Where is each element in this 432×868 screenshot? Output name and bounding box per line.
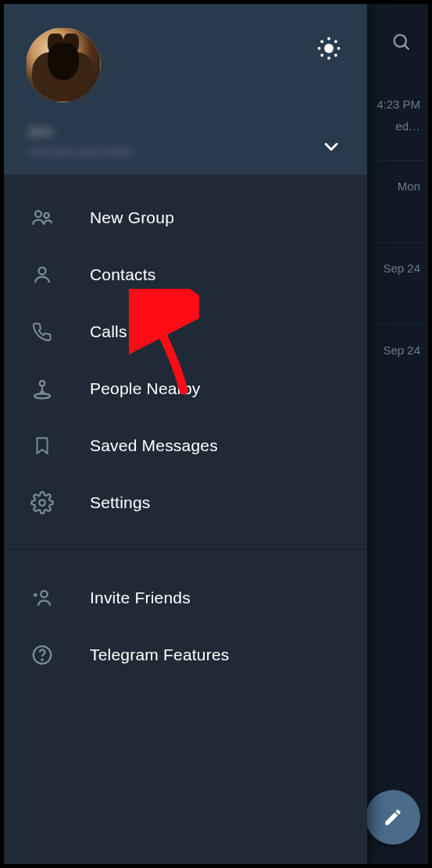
svg-point-21 xyxy=(41,659,43,660)
menu-item-saved-messages[interactable]: Saved Messages xyxy=(4,417,367,474)
svg-point-3 xyxy=(327,37,330,41)
people-nearby-icon xyxy=(30,377,54,400)
menu-secondary: Invite Friends Telegram Features xyxy=(4,555,367,697)
menu-item-new-group[interactable]: New Group xyxy=(4,189,367,246)
theme-toggle-icon[interactable] xyxy=(316,35,342,62)
group-icon xyxy=(30,206,54,229)
profile-phone: +00 000 000 0000 xyxy=(26,145,352,161)
svg-point-14 xyxy=(40,380,45,386)
svg-point-2 xyxy=(324,44,334,53)
chevron-down-icon[interactable] xyxy=(320,136,342,158)
svg-point-9 xyxy=(320,54,323,57)
menu-label: People Nearby xyxy=(90,379,201,398)
svg-point-6 xyxy=(337,47,341,50)
chat-time: Mon xyxy=(398,180,428,193)
compose-button[interactable] xyxy=(366,790,420,845)
menu-item-calls[interactable]: Calls xyxy=(4,303,367,360)
svg-point-16 xyxy=(39,500,45,506)
svg-point-8 xyxy=(334,54,337,57)
gear-icon xyxy=(30,491,54,514)
menu-label: Contacts xyxy=(90,265,155,284)
menu-primary: New Group Contacts Calls People Nearby xyxy=(4,175,367,545)
menu-item-contacts[interactable]: Contacts xyxy=(4,246,367,303)
menu-label: Invite Friends xyxy=(90,589,191,607)
chat-time: 4:23 PM xyxy=(377,98,428,111)
chat-list-background: 4:23 PM ed… Mon Sep 24 Sep 24 xyxy=(358,4,428,864)
svg-point-13 xyxy=(39,267,46,274)
chat-time: Sep 24 xyxy=(383,343,428,357)
svg-point-11 xyxy=(35,211,41,217)
help-icon xyxy=(30,643,54,667)
menu-item-telegram-features[interactable]: Telegram Features xyxy=(4,626,367,683)
svg-line-1 xyxy=(405,45,409,50)
svg-point-4 xyxy=(327,57,330,60)
svg-point-15 xyxy=(34,393,50,398)
menu-item-people-nearby[interactable]: People Nearby xyxy=(4,360,367,417)
search-icon[interactable] xyxy=(391,31,412,53)
navigation-drawer: Jen +00 000 000 0000 New Group Contacts xyxy=(4,4,367,864)
menu-label: Settings xyxy=(90,493,150,512)
menu-label: Saved Messages xyxy=(90,436,218,455)
menu-label: Calls xyxy=(90,322,127,341)
add-person-icon xyxy=(30,586,54,610)
menu-label: New Group xyxy=(90,208,174,227)
menu-label: Telegram Features xyxy=(90,646,229,664)
profile-name: Jen xyxy=(26,122,352,142)
phone-icon xyxy=(30,320,54,343)
svg-point-0 xyxy=(395,35,406,47)
svg-point-17 xyxy=(41,590,48,597)
svg-point-10 xyxy=(334,40,337,43)
menu-item-settings[interactable]: Settings xyxy=(4,474,367,531)
person-icon xyxy=(30,263,54,286)
menu-divider xyxy=(4,550,367,550)
svg-point-12 xyxy=(45,212,49,217)
menu-item-invite-friends[interactable]: Invite Friends xyxy=(4,569,367,626)
avatar[interactable] xyxy=(26,27,101,102)
svg-point-5 xyxy=(318,47,321,50)
chat-time: Sep 24 xyxy=(383,261,428,275)
drawer-header: Jen +00 000 000 0000 xyxy=(4,4,367,175)
bookmark-icon xyxy=(30,434,54,457)
svg-point-7 xyxy=(320,40,323,43)
chat-preview: ed… xyxy=(395,119,428,133)
